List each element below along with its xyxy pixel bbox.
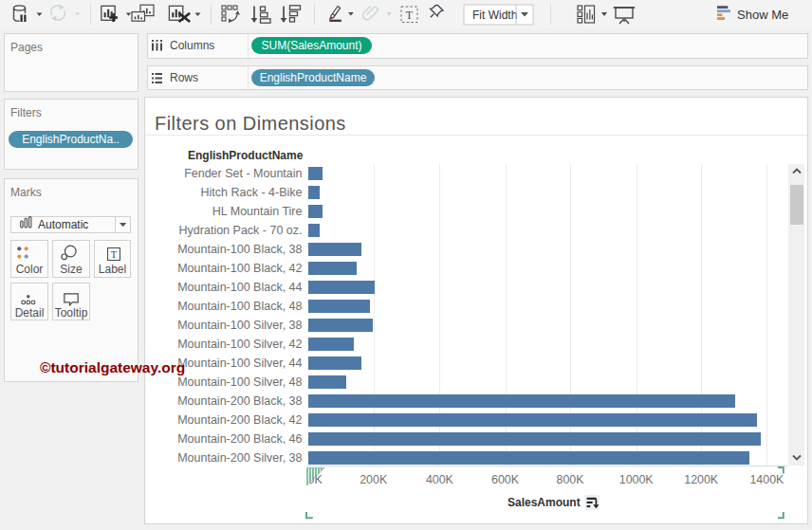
svg-text:T: T [111,249,118,260]
svg-text:Show Me: Show Me [737,8,788,22]
svg-text:Fit Width: Fit Width [472,9,517,22]
svg-text:T: T [406,9,414,22]
